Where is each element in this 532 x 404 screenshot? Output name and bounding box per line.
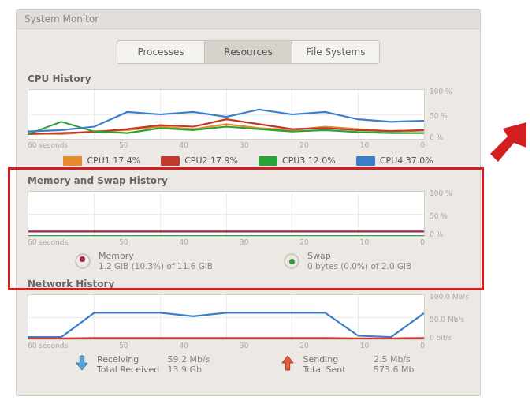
svg-marker-0 bbox=[490, 122, 526, 162]
tab-bar: Processes Resources File Systems bbox=[17, 29, 480, 72]
cpu-legend-item-cpu4[interactable]: CPU4 37.0% bbox=[356, 155, 433, 166]
swap-gauge-icon bbox=[284, 253, 299, 269]
cpu-legend: CPU1 17.4%CPU2 17.9%CPU3 12.0%CPU4 37.0% bbox=[28, 149, 469, 167]
svg-marker-2 bbox=[282, 356, 293, 370]
memory-legend-item[interactable]: Memory 1.2 GiB (10.3%) of 11.6 GiB bbox=[75, 251, 213, 271]
network-legend: Receiving 59.2 Mb/s Total Received 13.9 … bbox=[28, 350, 469, 375]
download-arrow-icon bbox=[75, 354, 89, 372]
cpu-legend-label: CPU3 12.0% bbox=[282, 155, 336, 166]
network-history-title: Network History bbox=[28, 279, 469, 290]
system-monitor-window: System Monitor Processes Resources File … bbox=[16, 9, 481, 396]
cpu-legend-label: CPU4 37.0% bbox=[380, 155, 433, 166]
memory-xaxis: 60 seconds 50 40 30 20 10 0 bbox=[28, 237, 469, 246]
memory-history-title: Memory and Swap History bbox=[28, 175, 469, 186]
swap-legend-item[interactable]: Swap 0 bytes (0.0%) of 2.0 GiB bbox=[284, 251, 411, 271]
upload-arrow-icon bbox=[281, 354, 295, 372]
memory-yaxis: 100 % 50 % 0 % bbox=[425, 191, 469, 237]
window-title: System Monitor bbox=[24, 13, 99, 24]
cpu-legend-item-cpu2[interactable]: CPU2 17.9% bbox=[161, 155, 238, 166]
window-titlebar[interactable]: System Monitor bbox=[17, 10, 480, 29]
svg-marker-1 bbox=[76, 356, 87, 370]
memory-gauge-icon bbox=[75, 253, 91, 269]
cpu-history-chart bbox=[28, 89, 425, 140]
cpu-history-section: CPU History 100 % 50 % 0 % 60 seconds 50… bbox=[17, 73, 480, 174]
memory-legend: Memory 1.2 GiB (10.3%) of 11.6 GiB Swap … bbox=[28, 246, 469, 271]
tab-resources[interactable]: Resources bbox=[204, 40, 292, 64]
cpu-legend-label: CPU2 17.9% bbox=[184, 155, 238, 166]
network-sending-item[interactable]: Sending 2.5 Mb/s Total Sent 573.6 Mb bbox=[281, 354, 414, 375]
network-history-chart bbox=[28, 294, 425, 340]
cpu-color-swatch bbox=[259, 156, 277, 166]
cpu-history-title: CPU History bbox=[28, 73, 469, 84]
network-receiving-item[interactable]: Receiving 59.2 Mb/s Total Received 13.9 … bbox=[75, 354, 210, 375]
cpu-legend-item-cpu3[interactable]: CPU3 12.0% bbox=[259, 155, 336, 166]
network-xaxis: 60 seconds 50 40 30 20 10 0 bbox=[28, 340, 469, 350]
tab-processes[interactable]: Processes bbox=[117, 40, 205, 64]
cpu-legend-item-cpu1[interactable]: CPU1 17.4% bbox=[63, 155, 140, 166]
cpu-legend-label: CPU1 17.4% bbox=[87, 155, 140, 166]
cpu-color-swatch bbox=[356, 156, 375, 166]
network-yaxis: 100.0 Mb/s 50.0 Mb/s 0 bit/s bbox=[425, 294, 469, 340]
tab-filesystems[interactable]: File Systems bbox=[292, 40, 380, 64]
network-history-section: Network History 100.0 Mb/s 50.0 Mb/s 0 b… bbox=[17, 279, 480, 381]
memory-history-section: Memory and Swap History 100 % 50 % 0 % 6… bbox=[17, 175, 480, 277]
annotation-arrow-icon bbox=[479, 121, 526, 168]
cpu-yaxis: 100 % 50 % 0 % bbox=[425, 89, 469, 140]
cpu-xaxis: 60 seconds 50 40 30 20 10 0 bbox=[28, 140, 469, 149]
cpu-color-swatch bbox=[63, 156, 82, 166]
memory-history-chart bbox=[28, 191, 425, 237]
cpu-color-swatch bbox=[161, 156, 180, 166]
